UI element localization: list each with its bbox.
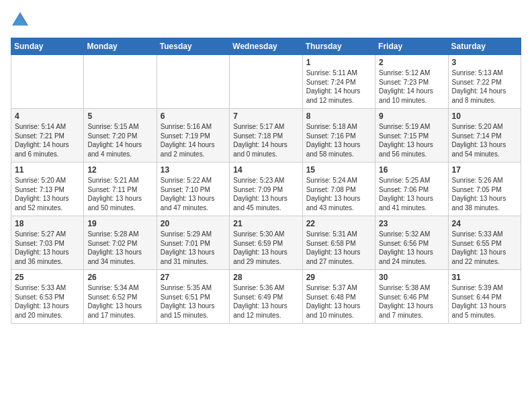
day-number: 16: [379, 165, 444, 175]
day-number: 30: [379, 273, 444, 282]
day-info: Sunrise: 5:22 AM Sunset: 7:10 PM Dayligh…: [161, 176, 226, 212]
day-info: Sunrise: 5:32 AM Sunset: 6:56 PM Dayligh…: [379, 230, 444, 266]
day-number: 4: [15, 111, 80, 121]
calendar-day-cell: 9Sunrise: 5:19 AM Sunset: 7:15 PM Daylig…: [375, 109, 448, 163]
day-info: Sunrise: 5:34 AM Sunset: 6:52 PM Dayligh…: [87, 283, 152, 320]
calendar-day-cell: 27Sunrise: 5:35 AM Sunset: 6:51 PM Dayli…: [157, 270, 229, 324]
day-number: 5: [87, 111, 152, 121]
day-number: 28: [233, 273, 298, 282]
day-number: 6: [161, 111, 226, 121]
day-number: 18: [15, 219, 80, 228]
day-number: 12: [87, 165, 152, 175]
calendar-day-cell: 17Sunrise: 5:26 AM Sunset: 7:05 PM Dayli…: [448, 163, 521, 216]
day-info: Sunrise: 5:23 AM Sunset: 7:09 PM Dayligh…: [233, 176, 298, 212]
calendar-day-cell: 6Sunrise: 5:16 AM Sunset: 7:19 PM Daylig…: [157, 109, 229, 163]
day-header: Tuesday: [157, 38, 229, 55]
day-number: 24: [452, 219, 517, 228]
calendar-header-row: SundayMondayTuesdayWednesdayThursdayFrid…: [11, 38, 521, 55]
day-number: 2: [379, 58, 444, 67]
calendar-day-cell: 25Sunrise: 5:33 AM Sunset: 6:53 PM Dayli…: [11, 270, 84, 324]
calendar-day-cell: 7Sunrise: 5:17 AM Sunset: 7:18 PM Daylig…: [230, 109, 302, 163]
calendar-day-cell: 29Sunrise: 5:37 AM Sunset: 6:48 PM Dayli…: [302, 270, 375, 324]
day-info: Sunrise: 5:29 AM Sunset: 7:01 PM Dayligh…: [161, 230, 226, 266]
calendar-day-cell: [11, 55, 84, 109]
calendar-week-row: 1Sunrise: 5:11 AM Sunset: 7:24 PM Daylig…: [11, 55, 521, 109]
day-info: Sunrise: 5:19 AM Sunset: 7:15 PM Dayligh…: [379, 122, 444, 158]
day-number: 15: [306, 165, 371, 175]
calendar-day-cell: 23Sunrise: 5:32 AM Sunset: 6:56 PM Dayli…: [375, 216, 448, 270]
day-info: Sunrise: 5:39 AM Sunset: 6:44 PM Dayligh…: [452, 283, 517, 320]
day-info: Sunrise: 5:36 AM Sunset: 6:49 PM Dayligh…: [233, 283, 298, 320]
page-header: [11, 11, 521, 30]
day-number: 3: [452, 58, 517, 67]
day-info: Sunrise: 5:33 AM Sunset: 6:55 PM Dayligh…: [452, 230, 517, 266]
day-info: Sunrise: 5:11 AM Sunset: 7:24 PM Dayligh…: [306, 68, 371, 105]
day-number: 14: [233, 165, 298, 175]
calendar-day-cell: [84, 55, 157, 109]
day-number: 17: [452, 165, 517, 175]
calendar-day-cell: 2Sunrise: 5:12 AM Sunset: 7:23 PM Daylig…: [375, 55, 448, 109]
day-info: Sunrise: 5:15 AM Sunset: 7:20 PM Dayligh…: [87, 122, 152, 158]
calendar-week-row: 4Sunrise: 5:14 AM Sunset: 7:21 PM Daylig…: [11, 109, 521, 163]
calendar-day-cell: 10Sunrise: 5:20 AM Sunset: 7:14 PM Dayli…: [448, 109, 521, 163]
logo: [11, 11, 32, 30]
day-info: Sunrise: 5:28 AM Sunset: 7:02 PM Dayligh…: [87, 230, 152, 266]
day-header: Wednesday: [230, 38, 302, 55]
logo-icon: [11, 11, 30, 30]
day-info: Sunrise: 5:27 AM Sunset: 7:03 PM Dayligh…: [15, 230, 80, 266]
calendar-day-cell: 5Sunrise: 5:15 AM Sunset: 7:20 PM Daylig…: [84, 109, 157, 163]
day-header: Monday: [84, 38, 157, 55]
calendar-day-cell: [157, 55, 229, 109]
day-number: 20: [161, 219, 226, 228]
calendar-day-cell: 13Sunrise: 5:22 AM Sunset: 7:10 PM Dayli…: [157, 163, 229, 216]
calendar-day-cell: 16Sunrise: 5:25 AM Sunset: 7:06 PM Dayli…: [375, 163, 448, 216]
calendar-day-cell: 26Sunrise: 5:34 AM Sunset: 6:52 PM Dayli…: [84, 270, 157, 324]
day-info: Sunrise: 5:14 AM Sunset: 7:21 PM Dayligh…: [15, 122, 80, 158]
day-number: 7: [233, 111, 298, 121]
day-number: 10: [452, 111, 517, 121]
day-info: Sunrise: 5:26 AM Sunset: 7:05 PM Dayligh…: [452, 176, 517, 212]
day-header: Saturday: [448, 38, 521, 55]
day-header: Thursday: [302, 38, 375, 55]
calendar-day-cell: 19Sunrise: 5:28 AM Sunset: 7:02 PM Dayli…: [84, 216, 157, 270]
day-info: Sunrise: 5:33 AM Sunset: 6:53 PM Dayligh…: [15, 283, 80, 320]
calendar-day-cell: 22Sunrise: 5:31 AM Sunset: 6:58 PM Dayli…: [302, 216, 375, 270]
calendar-day-cell: 18Sunrise: 5:27 AM Sunset: 7:03 PM Dayli…: [11, 216, 84, 270]
day-info: Sunrise: 5:24 AM Sunset: 7:08 PM Dayligh…: [306, 176, 371, 212]
calendar-day-cell: 15Sunrise: 5:24 AM Sunset: 7:08 PM Dayli…: [302, 163, 375, 216]
day-info: Sunrise: 5:21 AM Sunset: 7:11 PM Dayligh…: [87, 176, 152, 212]
day-number: 25: [15, 273, 80, 282]
calendar-day-cell: 21Sunrise: 5:30 AM Sunset: 6:59 PM Dayli…: [230, 216, 302, 270]
calendar-week-row: 11Sunrise: 5:20 AM Sunset: 7:13 PM Dayli…: [11, 163, 521, 216]
day-number: 11: [15, 165, 80, 175]
calendar-day-cell: 14Sunrise: 5:23 AM Sunset: 7:09 PM Dayli…: [230, 163, 302, 216]
day-info: Sunrise: 5:17 AM Sunset: 7:18 PM Dayligh…: [233, 122, 298, 158]
calendar-day-cell: 30Sunrise: 5:38 AM Sunset: 6:46 PM Dayli…: [375, 270, 448, 324]
day-info: Sunrise: 5:18 AM Sunset: 7:16 PM Dayligh…: [306, 122, 371, 158]
calendar-day-cell: 8Sunrise: 5:18 AM Sunset: 7:16 PM Daylig…: [302, 109, 375, 163]
calendar-day-cell: 28Sunrise: 5:36 AM Sunset: 6:49 PM Dayli…: [230, 270, 302, 324]
day-info: Sunrise: 5:30 AM Sunset: 6:59 PM Dayligh…: [233, 230, 298, 266]
calendar-week-row: 25Sunrise: 5:33 AM Sunset: 6:53 PM Dayli…: [11, 270, 521, 324]
day-number: 29: [306, 273, 371, 282]
day-number: 27: [161, 273, 226, 282]
day-number: 23: [379, 219, 444, 228]
day-info: Sunrise: 5:20 AM Sunset: 7:13 PM Dayligh…: [15, 176, 80, 212]
calendar-table: SundayMondayTuesdayWednesdayThursdayFrid…: [11, 38, 521, 324]
calendar-day-cell: 11Sunrise: 5:20 AM Sunset: 7:13 PM Dayli…: [11, 163, 84, 216]
day-number: 13: [161, 165, 226, 175]
calendar-day-cell: 4Sunrise: 5:14 AM Sunset: 7:21 PM Daylig…: [11, 109, 84, 163]
day-number: 8: [306, 111, 371, 121]
day-info: Sunrise: 5:25 AM Sunset: 7:06 PM Dayligh…: [379, 176, 444, 212]
day-info: Sunrise: 5:20 AM Sunset: 7:14 PM Dayligh…: [452, 122, 517, 158]
calendar-day-cell: 20Sunrise: 5:29 AM Sunset: 7:01 PM Dayli…: [157, 216, 229, 270]
calendar-day-cell: 31Sunrise: 5:39 AM Sunset: 6:44 PM Dayli…: [448, 270, 521, 324]
day-number: 9: [379, 111, 444, 121]
day-info: Sunrise: 5:13 AM Sunset: 7:22 PM Dayligh…: [452, 68, 517, 105]
day-header: Sunday: [11, 38, 84, 55]
day-info: Sunrise: 5:16 AM Sunset: 7:19 PM Dayligh…: [161, 122, 226, 158]
day-number: 21: [233, 219, 298, 228]
day-header: Friday: [375, 38, 448, 55]
calendar-day-cell: 1Sunrise: 5:11 AM Sunset: 7:24 PM Daylig…: [302, 55, 375, 109]
day-number: 19: [87, 219, 152, 228]
